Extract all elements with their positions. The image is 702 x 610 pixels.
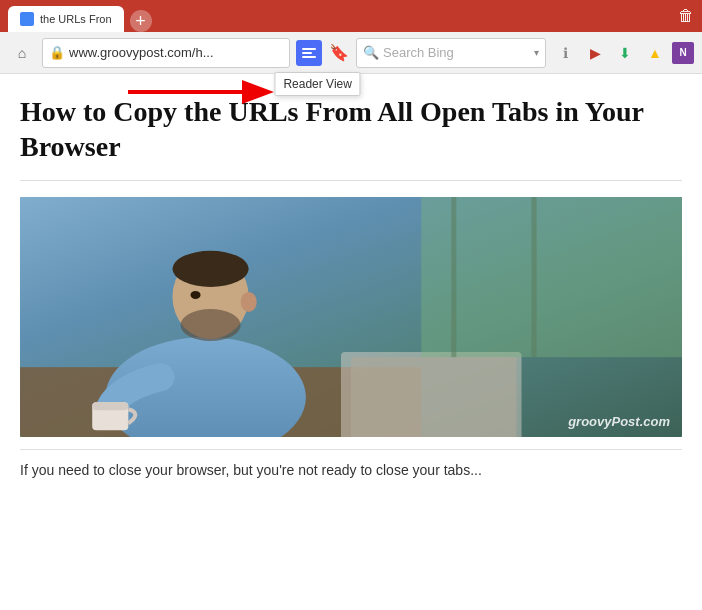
reader-view-icon — [300, 46, 318, 60]
svg-rect-16 — [421, 197, 682, 357]
svg-point-10 — [191, 291, 201, 299]
drive-icon-button[interactable]: ▲ — [642, 40, 668, 66]
content-area: How to Copy the URLs From All Open Tabs … — [0, 74, 702, 610]
reader-view-container: Reader View — [296, 40, 322, 66]
address-text: www.groovypost.com/h... — [69, 45, 283, 60]
tab-area: the URLs Fron + — [8, 0, 152, 32]
reader-view-button[interactable] — [296, 40, 322, 66]
active-tab[interactable]: the URLs Fron — [8, 6, 124, 32]
svg-rect-15 — [351, 357, 517, 437]
article-snippet: If you need to close your browser, but y… — [20, 449, 682, 481]
article-image: groovyPost.com — [20, 197, 682, 437]
search-input-placeholder: Search Bing — [383, 45, 530, 60]
man-silhouette — [20, 197, 682, 437]
svg-point-11 — [241, 292, 257, 312]
new-tab-button[interactable]: + — [130, 10, 152, 32]
onenote-icon-button[interactable]: N — [672, 42, 694, 64]
svg-rect-18 — [532, 197, 537, 357]
reader-view-tooltip: Reader View — [274, 72, 360, 96]
close-window-button[interactable]: 🗑 — [678, 7, 694, 25]
toolbar-icons: ℹ ▶ ⬇ ▲ N — [552, 40, 694, 66]
article-divider — [20, 180, 682, 181]
svg-point-9 — [180, 309, 240, 341]
info-icon-button[interactable]: ℹ — [552, 40, 578, 66]
lock-icon: 🔒 — [49, 45, 65, 60]
search-bar[interactable]: 🔍 Search Bing ▾ — [356, 38, 546, 68]
search-dropdown-arrow[interactable]: ▾ — [534, 47, 539, 58]
svg-rect-17 — [451, 197, 456, 357]
tab-favicon — [20, 12, 34, 26]
tab-label: the URLs Fron — [40, 13, 112, 25]
address-bar[interactable]: 🔒 www.groovypost.com/h... — [42, 38, 290, 68]
watermark: groovyPost.com — [568, 414, 670, 429]
title-bar: the URLs Fron + 🗑 — [0, 0, 702, 32]
bookmark-button[interactable]: 🔖 — [328, 40, 350, 66]
svg-point-8 — [172, 251, 248, 287]
nav-bar: ⌂ 🔒 www.groovypost.com/h... Reader View … — [0, 32, 702, 74]
download-icon-button[interactable]: ⬇ — [612, 40, 638, 66]
svg-rect-13 — [92, 402, 128, 410]
play-icon-button[interactable]: ▶ — [582, 40, 608, 66]
home-button[interactable]: ⌂ — [8, 39, 36, 67]
search-icon: 🔍 — [363, 45, 379, 60]
article-title: How to Copy the URLs From All Open Tabs … — [20, 94, 682, 164]
browser-window: the URLs Fron + 🗑 ⌂ 🔒 www.groovypost.com… — [0, 0, 702, 610]
